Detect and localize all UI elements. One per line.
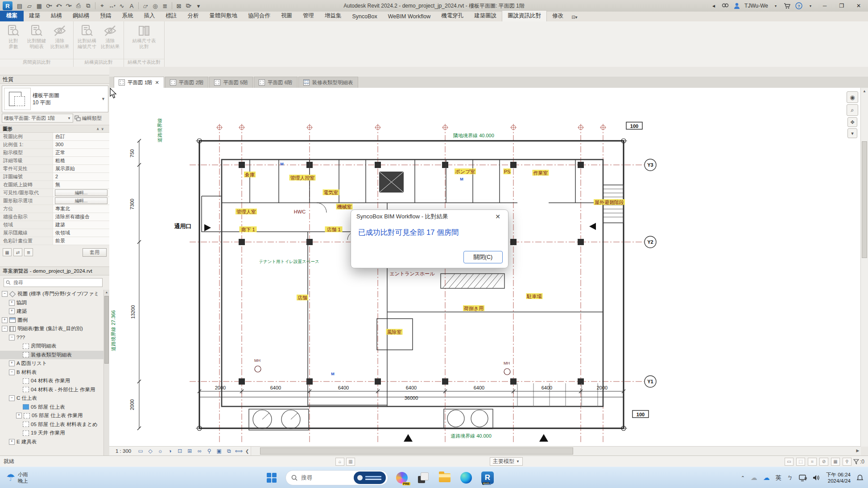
ribbon-button-結構尺寸表比對[interactable]: 結構尺寸表比對 — [127, 23, 161, 49]
close-view-icon[interactable]: ✕ — [155, 80, 159, 86]
property-value[interactable]: 前景 — [53, 237, 109, 245]
property-value[interactable]: 清除所有牆接合 — [53, 213, 109, 221]
home-icon[interactable]: ⌂▾ — [141, 1, 150, 10]
search-highlight-badge[interactable] — [354, 472, 386, 484]
ribbon-tab-結構[interactable]: 結構 — [45, 11, 67, 21]
browser-item-B 材料表[interactable]: −B 材料表 — [0, 368, 104, 377]
tree-expander-icon[interactable]: − — [9, 395, 15, 401]
browser-item-圖例[interactable]: +圖例 — [0, 316, 104, 325]
revit-taskbar-button[interactable]: RRVT — [480, 470, 495, 485]
view-scale[interactable]: 1 : 300 — [109, 448, 136, 454]
signed-in-user[interactable]: TJWu-We — [744, 3, 768, 9]
measure-icon[interactable]: ↔▾ — [107, 1, 116, 10]
onedrive-icon[interactable]: ☁ — [763, 474, 770, 482]
editable-only-icon[interactable]: ▭ — [785, 458, 794, 466]
edit-button[interactable]: 編輯... — [53, 197, 109, 205]
apply-button[interactable]: 套用 — [83, 248, 107, 257]
properties-filter-icon[interactable]: ⇄ — [13, 248, 22, 256]
close-hidden-icon[interactable]: ⊠ — [174, 1, 183, 10]
ribbon-tab-分析[interactable]: 分析 — [182, 11, 204, 21]
select-underlay-icon[interactable]: ▦ — [831, 458, 840, 466]
zoom-tool-icon[interactable]: ⌕ — [847, 104, 858, 116]
volume-icon[interactable] — [813, 475, 820, 481]
text-icon[interactable]: A — [127, 1, 136, 10]
ribbon-tab-建築[interactable]: 建築 — [24, 11, 45, 21]
view-tab-装修表類型明細表[interactable]: 装修表類型明細表 — [298, 77, 358, 88]
scrollbar-thumb[interactable] — [862, 141, 867, 258]
vertical-scrollbar[interactable]: ▲ — [860, 88, 868, 447]
ribbon-tab-WeBIM Workflow[interactable]: WeBIM Workflow — [383, 12, 436, 21]
scroll-up-icon[interactable]: ▲ — [861, 88, 868, 94]
worksets-icon[interactable]: ▥ — [346, 458, 355, 466]
browser-item-C 仕上表[interactable]: −C 仕上表 — [0, 394, 104, 403]
browser-item-協調[interactable]: +協調 — [0, 299, 104, 308]
ribbon-tab-圖說資訊比對[interactable]: 圖說資訊比對 — [502, 10, 547, 21]
property-value[interactable]: 專案北 — [53, 205, 109, 213]
steering-wheel-icon[interactable]: ◉ — [847, 91, 858, 103]
edit-button[interactable]: 編輯... — [53, 189, 109, 197]
section-icon[interactable]: ∿ — [117, 1, 126, 10]
property-value[interactable]: 正常 — [53, 149, 109, 156]
browser-item-E 建具表[interactable]: +E 建具表 — [0, 438, 104, 447]
ime-mode-indicator[interactable]: ㄅ — [787, 474, 793, 482]
selection-filter[interactable]: :0 — [853, 459, 864, 465]
browser-item-装修表類型明細表[interactable]: 装修表類型明細表 — [0, 351, 104, 360]
tree-expander-icon[interactable]: − — [2, 326, 8, 332]
browser-item-A 図面リスト[interactable]: +A 図面リスト — [0, 359, 104, 368]
ribbon-tab-增益集[interactable]: 增益集 — [319, 11, 347, 21]
weather-widget[interactable]: ☂ 小雨 晚上 — [0, 472, 109, 484]
restore-button[interactable]: ❐ — [835, 1, 848, 11]
scroll-right-icon[interactable]: ▶ — [855, 447, 861, 455]
file-explorer-button[interactable] — [437, 470, 452, 485]
graphics-section-header[interactable]: 圖形 ∧∨ — [0, 125, 109, 133]
element-selector-dropdown[interactable]: 樓板平面圖: 平面図 1階▼ — [2, 114, 73, 123]
ribbon-tab-系統[interactable]: 系統 — [117, 11, 139, 21]
press-drag-icon[interactable]: ⌗ — [808, 458, 817, 466]
ribbon-button-清除比對結果[interactable]: 清除比對結果 — [49, 23, 70, 49]
browser-item-明細表/數量 (集計表_目的別)[interactable]: −明細表/數量 (集計表_目的別) — [0, 324, 104, 333]
detail-level-icon[interactable]: ▭ — [136, 447, 145, 455]
ui-views-icon[interactable]: ▤ — [15, 1, 24, 10]
help-menu-caret-icon[interactable]: ▾ — [806, 1, 814, 10]
scrollbar-thumb[interactable] — [104, 296, 109, 364]
browser-item-04 材料表 作業用[interactable]: 04 材料表 作業用 — [0, 377, 104, 385]
property-value[interactable]: 2 — [53, 173, 109, 180]
design-options-dropdown[interactable]: 主要模型▼ — [490, 457, 523, 466]
ribbon-button-比對關鍵明細表[interactable]: 比對關鍵明細表 — [26, 23, 47, 49]
visual-style-icon[interactable]: ◇ — [145, 447, 155, 455]
toggle-icon[interactable]: ≣ — [161, 1, 169, 10]
browser-item-視圖 (標準 (専門分野/タイプ/ファミ[interactable]: −視圖 (標準 (専門分野/タイプ/ファミ — [0, 290, 104, 299]
property-value[interactable]: 展示原始 — [53, 165, 109, 172]
close-button[interactable]: ✕ — [852, 1, 865, 11]
tree-expander-icon[interactable]: + — [9, 308, 15, 314]
ribbon-tab-檔案[interactable]: 檔案 — [0, 11, 24, 21]
ime-language-indicator[interactable]: 英 — [776, 474, 781, 482]
shadows-icon[interactable]: ◑ — [165, 447, 175, 455]
tray-expand-icon[interactable]: ⌃ — [741, 475, 745, 481]
ribbon-tab-鋼結構[interactable]: 鋼結構 — [67, 11, 95, 21]
browser-search-box[interactable] — [4, 278, 103, 287]
ribbon-tab-視圖[interactable]: 視圖 — [276, 11, 298, 21]
view-tab-平面図 2階[interactable]: 平面図 2階 — [165, 77, 209, 88]
section-collapse-icons[interactable]: ∧∨ — [96, 127, 106, 131]
dialog-close-icon[interactable]: ✕ — [493, 213, 503, 220]
undo-icon[interactable]: ↶▾ — [54, 1, 63, 10]
help-icon[interactable]: ? — [795, 1, 803, 10]
browser-item-房間明細表[interactable]: 房間明細表 — [0, 342, 104, 351]
tree-expander-icon[interactable]: − — [2, 291, 8, 297]
notification-bell-icon[interactable] — [856, 474, 864, 481]
revit-logo-icon[interactable]: R — [3, 1, 12, 10]
copilot-button[interactable]: PRE — [394, 470, 409, 485]
ribbon-button-比對結構編號尺寸[interactable]: 比對結構編號尺寸 — [76, 23, 98, 49]
tree-expander-icon[interactable]: + — [9, 439, 15, 445]
property-value[interactable]: 自訂 — [53, 133, 109, 140]
edit-type-button[interactable]: 編輯類型 — [74, 114, 107, 123]
start-button[interactable] — [264, 470, 279, 485]
ribbon-button-清除比對結果[interactable]: 清除比對結果 — [99, 23, 121, 49]
collapse-arrow-icon[interactable]: ◂ — [710, 1, 718, 10]
crop-view-icon[interactable]: ⊡ — [175, 447, 185, 455]
temporary-view-properties-icon[interactable]: ▣ — [214, 447, 224, 455]
ribbon-tab-修改[interactable]: 修改 — [547, 11, 569, 21]
pan-icon[interactable]: ✥ — [847, 117, 857, 127]
property-value[interactable]: 粗糙 — [53, 157, 109, 164]
